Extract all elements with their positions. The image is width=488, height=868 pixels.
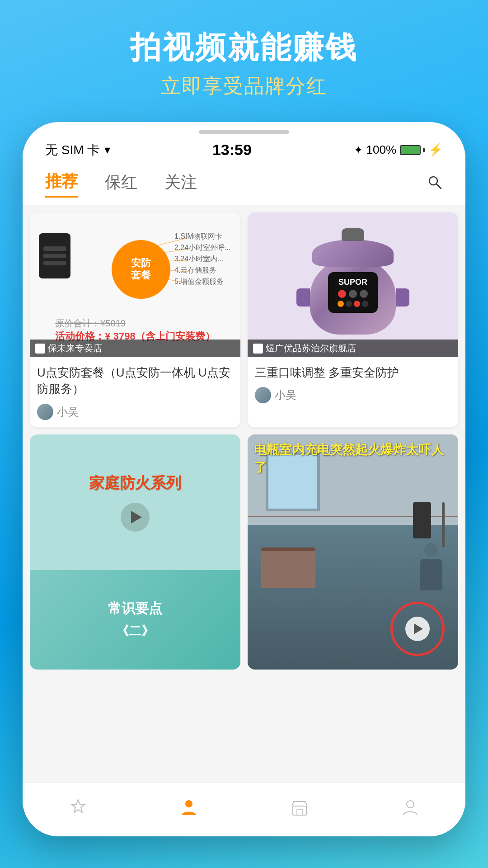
- shop-icon: [289, 797, 310, 818]
- original-price: 原价合计：¥5019: [55, 317, 215, 330]
- store-tag-cooker: 煜广优品苏泊尔旗舰店: [248, 340, 458, 357]
- shield-tab-icon: [69, 798, 88, 817]
- battery-percent: 100%: [366, 143, 397, 157]
- svg-point-15: [407, 801, 414, 808]
- profile-tab-icon: [401, 798, 420, 817]
- tab-item-shop[interactable]: [289, 797, 310, 818]
- svg-text:4.云存储服务: 4.云存储服务: [174, 266, 216, 274]
- fire-top: 家庭防火系列: [30, 434, 240, 570]
- author-row-security: 小吴: [37, 404, 233, 420]
- security-image-area: 安防套餐 1.SIM物联网卡 2.24小时室外呼... 3.24小时室内.: [30, 212, 240, 357]
- product-info-security: U点安防套餐（U点安防一体机 U点安防服务） 小吴: [30, 357, 240, 427]
- svg-text:5.增值金额服务: 5.增值金额服务: [174, 278, 224, 285]
- battery-tip: [423, 148, 425, 152]
- cooker-bg: SUPOR: [248, 212, 458, 357]
- svg-point-12: [185, 800, 192, 807]
- cooker-image-area: SUPOR: [248, 212, 458, 357]
- status-bar: 无 SIM 卡 ▾ 13:59 ✦ 100% ⚡: [45, 137, 443, 163]
- bg-header: 拍视频就能赚钱 立即享受品牌分红: [0, 27, 488, 99]
- video-red-circle[interactable]: [390, 602, 445, 656]
- author-avatar-cooker: [255, 387, 271, 403]
- carrier-text: 无 SIM 卡: [45, 142, 100, 159]
- knowledge-card[interactable]: 常识要点 《二》: [30, 570, 240, 670]
- store-icon: [35, 344, 45, 354]
- card-explosion-video[interactable]: 电瓶室内充电突然起火爆炸太吓人了: [248, 434, 458, 670]
- cooker-illustration: SUPOR: [308, 235, 398, 335]
- video-overlay-text: 电瓶室内充电突然起火爆炸太吓人了: [254, 441, 452, 476]
- fire-play-button[interactable]: [121, 503, 150, 532]
- product-title-security: U点安防套餐（U点安防一体机 U点安防服务）: [37, 364, 233, 397]
- bluetooth-icon: ✦: [354, 144, 363, 156]
- card-fire-series[interactable]: 家庭防火系列 常识要点 《二》: [30, 434, 240, 670]
- security-diagram: 安防套餐 1.SIM物联网卡 2.24小时室外呼... 3.24小时室内.: [34, 224, 236, 315]
- author-row-cooker: 小吴: [255, 387, 451, 403]
- product-card-security[interactable]: 安防套餐 1.SIM物联网卡 2.24小时室外呼... 3.24小时室内.: [30, 212, 240, 427]
- video-charger: [413, 502, 431, 538]
- content-area: 安防套餐 1.SIM物联网卡 2.24小时室外呼... 3.24小时室内.: [23, 205, 465, 834]
- store-name-security: 保未来专卖店: [48, 342, 102, 354]
- bottom-tabs: [23, 782, 465, 836]
- product-title-cooker: 三重口味调整 多重安全防护: [255, 364, 451, 381]
- security-device: [39, 233, 70, 278]
- play-triangle-video-icon: [414, 623, 423, 634]
- video-wire: [442, 502, 445, 547]
- video-person: [413, 543, 449, 597]
- phone-frame: 无 SIM 卡 ▾ 13:59 ✦ 100% ⚡ 推荐 保红 关注: [23, 122, 465, 836]
- store-icon-cooker: [253, 344, 263, 354]
- tab-follow[interactable]: 关注: [164, 171, 197, 197]
- store-name-cooker: 煜广优品苏泊尔旗舰店: [266, 342, 356, 354]
- video-box: [261, 547, 315, 588]
- knowledge-subtitle: 《二》: [116, 623, 154, 640]
- bg-title: 拍视频就能赚钱: [0, 27, 488, 68]
- search-icon: [427, 174, 443, 190]
- profile-icon: [399, 797, 421, 818]
- tab-item-profile[interactable]: [399, 797, 421, 818]
- time-display: 13:59: [212, 141, 252, 159]
- charging-icon: ⚡: [428, 143, 443, 157]
- battery-icon: [400, 145, 425, 155]
- tab-item-me-active[interactable]: [178, 797, 200, 818]
- author-avatar-security: [37, 404, 53, 420]
- svg-text:3.24小时室内...: 3.24小时室内...: [174, 255, 223, 263]
- author-name-security: 小吴: [57, 405, 79, 419]
- video-play-inner: [405, 617, 430, 641]
- play-triangle-icon: [131, 511, 142, 524]
- nav-tabs: 推荐 保红 关注: [23, 163, 465, 205]
- security-circle: 安防套餐: [112, 240, 170, 299]
- fire-title: 家庭防火系列: [89, 473, 181, 494]
- knowledge-title: 常识要点: [108, 599, 162, 618]
- svg-rect-14: [297, 810, 302, 815]
- search-button[interactable]: [427, 174, 443, 194]
- wifi-icon: ▾: [104, 143, 110, 157]
- product-grid: 安防套餐 1.SIM物联网卡 2.24小时室外呼... 3.24小时室内.: [23, 205, 465, 434]
- svg-text:1.SIM物联网卡: 1.SIM物联网卡: [174, 232, 222, 240]
- store-tab-icon: [290, 798, 309, 817]
- svg-rect-13: [293, 806, 306, 815]
- store-tag-security: 保未来专卖店: [30, 340, 240, 357]
- phone-notch: [45, 130, 443, 134]
- product-card-cooker[interactable]: SUPOR: [248, 212, 458, 427]
- notch-bar: [199, 130, 289, 134]
- second-row: 家庭防火系列 常识要点 《二》: [23, 434, 465, 677]
- tab-baohong[interactable]: 保红: [105, 171, 137, 197]
- svg-text:2.24小时室外呼...: 2.24小时室外呼...: [174, 244, 230, 251]
- author-name-cooker: 小吴: [275, 388, 296, 402]
- person-icon: [179, 798, 198, 817]
- tab-recommended[interactable]: 推荐: [45, 170, 78, 198]
- product-info-cooker: 三重口味调整 多重安全防护 小吴: [248, 357, 458, 410]
- status-left: 无 SIM 卡 ▾: [45, 142, 110, 159]
- status-right: ✦ 100% ⚡: [354, 143, 443, 157]
- star-icon: [67, 797, 89, 818]
- security-bg: 安防套餐 1.SIM物联网卡 2.24小时室外呼... 3.24小时室内.: [30, 212, 240, 357]
- person-active-icon: [178, 797, 200, 818]
- svg-line-1: [436, 184, 441, 189]
- battery-body: [400, 145, 421, 155]
- bg-subtitle: 立即享受品牌分红: [0, 73, 488, 99]
- tab-item-star[interactable]: [67, 797, 89, 818]
- phone-top: 无 SIM 卡 ▾ 13:59 ✦ 100% ⚡: [23, 122, 465, 163]
